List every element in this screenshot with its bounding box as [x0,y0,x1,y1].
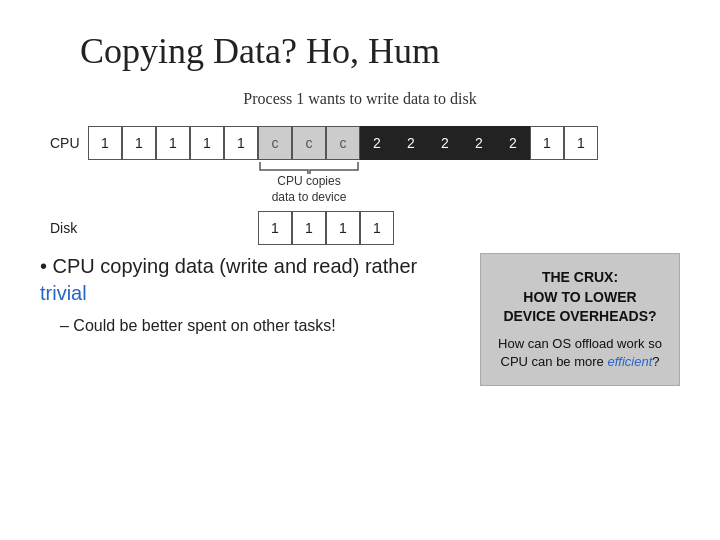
bullet-sub: – Could be better spent on other tasks! [60,315,460,337]
disk-cells: 1111 [258,211,394,245]
cpu-cells: 11111ccc2222211 [88,126,598,160]
bullet-section: • CPU copying data (write and read) rath… [40,253,460,337]
subtitle: Process 1 wants to write data to disk [243,90,476,108]
cpu-cell: c [326,126,360,160]
cpu-cell: 1 [564,126,598,160]
cpu-cell: c [258,126,292,160]
cpu-cell: 1 [224,126,258,160]
cpu-label: CPU [50,135,88,151]
bullet-main: • CPU copying data (write and read) rath… [40,253,460,307]
bottom-section: • CPU copying data (write and read) rath… [40,253,680,386]
bullet-dot: • [40,255,53,277]
cpu-cell: 2 [496,126,530,160]
cpu-cell: 2 [360,126,394,160]
disk-row: Disk 1111 [50,211,598,245]
page-title: Copying Data? Ho, Hum [80,30,440,72]
brace-container: CPU copiesdata to device [258,160,360,205]
cpu-cell: 1 [530,126,564,160]
cpu-cell: 1 [156,126,190,160]
brace-svg [258,160,360,174]
disk-cell: 1 [360,211,394,245]
brace-label: CPU copiesdata to device [272,174,347,205]
disk-cell: 1 [258,211,292,245]
cpu-cell: 2 [428,126,462,160]
cpu-cell: 1 [122,126,156,160]
disk-cell: 1 [326,211,360,245]
crux-sub: How can OS offload work so CPU can be mo… [493,335,667,371]
cpu-cell: 2 [394,126,428,160]
crux-title: THE CRUX:HOW TO LOWERDEVICE OVERHEADS? [493,268,667,327]
cpu-cell: 1 [190,126,224,160]
cpu-row: CPU 11111ccc2222211 [50,126,598,160]
cpu-cell: 1 [88,126,122,160]
crux-end: ? [652,354,659,369]
disk-label: Disk [50,220,88,236]
disk-cell: 1 [292,211,326,245]
crux-efficient: efficient [607,354,652,369]
bullet-text: CPU copying data (write and read) rather [53,255,418,277]
brace-area: CPU copiesdata to device [88,160,598,205]
bullet-trivial: trivial [40,282,87,304]
cpu-cell: c [292,126,326,160]
cpu-cell: 2 [462,126,496,160]
crux-box: THE CRUX:HOW TO LOWERDEVICE OVERHEADS? H… [480,253,680,386]
diagram: CPU 11111ccc2222211 CPU copiesdata to de… [50,126,598,245]
